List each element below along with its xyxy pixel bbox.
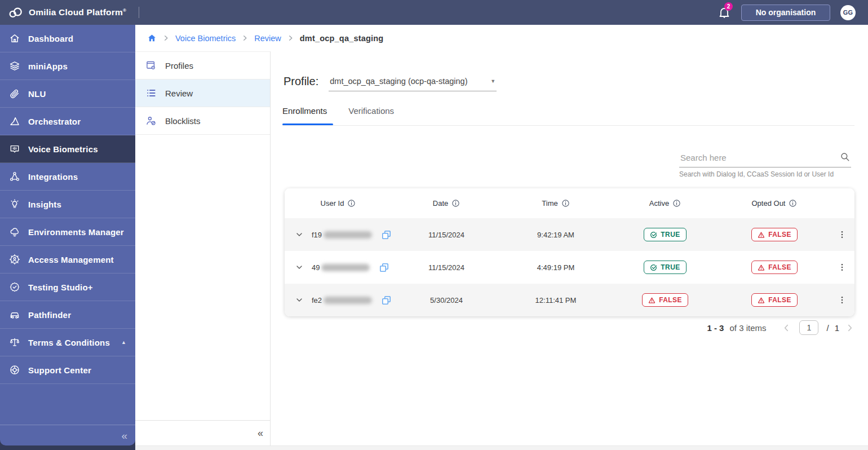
active-status-badge: TRUE — [644, 228, 686, 241]
omilia-cloud-logo-icon — [8, 5, 23, 20]
sidebar-item-miniapps[interactable]: miniApps — [0, 52, 135, 80]
car-icon — [9, 309, 20, 320]
sidebar-footer: « — [0, 425, 135, 445]
gear-user-icon — [9, 254, 20, 265]
horizontal-scrollbar-track[interactable] — [135, 445, 868, 450]
sidebar-item-integrations[interactable]: Integrations — [0, 163, 135, 191]
sidebar-item-label: Access Management — [28, 255, 114, 264]
info-icon[interactable] — [561, 199, 570, 208]
next-page-button[interactable] — [845, 323, 854, 333]
tab-divider — [282, 125, 854, 126]
home-breadcrumb-icon[interactable] — [147, 33, 157, 43]
sidebar-item-label: Support Center — [28, 365, 91, 375]
search-area: Search with Dialog Id, CCaaS Session Id … — [679, 151, 851, 178]
table-row[interactable]: 49 11/15/2024 4:49:19 PM TRUE FALSE — [285, 251, 854, 284]
date-value: 11/15/2024 — [392, 263, 501, 272]
copy-icon[interactable] — [381, 230, 392, 240]
tab-bar: Enrollments Verifications — [282, 106, 394, 123]
sidebar-collapse-button[interactable]: « — [121, 430, 127, 441]
breadcrumb-separator-icon — [242, 35, 248, 41]
redacted-user-id — [324, 297, 372, 304]
sidebar-item-insights[interactable]: Insights — [0, 191, 135, 218]
warning-triangle-icon — [758, 264, 765, 271]
search-input[interactable] — [679, 151, 851, 167]
app-title: Omilia Cloud Platform® — [29, 7, 126, 17]
previous-page-button[interactable] — [782, 323, 791, 333]
page-number-input[interactable] — [799, 320, 818, 335]
pagination-separator: / — [826, 323, 829, 333]
subsidebar-item-label: Profiles — [165, 61, 193, 70]
column-header-opted-out: Opted Out — [720, 199, 829, 208]
secondary-sidebar-collapse-button[interactable]: « — [258, 428, 263, 438]
warning-triangle-icon — [648, 297, 656, 304]
sidebar-item-environments-manager[interactable]: Environments Manager — [0, 218, 135, 246]
caret-up-icon[interactable]: ▲ — [121, 339, 126, 345]
subsidebar-item-label: Blocklists — [165, 116, 201, 126]
search-helper-text: Search with Dialog Id, CCaaS Session Id … — [679, 170, 851, 178]
subsidebar-item-review[interactable]: Review — [135, 80, 270, 107]
info-icon[interactable] — [347, 199, 356, 208]
organisation-selector-button[interactable]: No organisation — [741, 5, 830, 21]
enrollments-table: User Id Date Time Active Opted Out f19 1… — [285, 188, 854, 316]
column-header-time: Time — [501, 199, 610, 208]
sidebar-item-testing-studio[interactable]: Testing Studio+ — [0, 273, 135, 301]
info-icon[interactable] — [451, 199, 460, 208]
info-icon[interactable] — [672, 199, 681, 208]
scales-icon — [9, 337, 20, 348]
row-menu-button[interactable] — [838, 230, 847, 239]
sidebar-item-label: Dashboard — [28, 34, 73, 43]
breadcrumb-link-review[interactable]: Review — [254, 34, 281, 43]
profile-dropdown[interactable]: dmt_ocp_qa_staging (ocp-qa-staging) ▼ — [329, 75, 497, 91]
breadcrumb-separator-icon — [287, 35, 294, 41]
user-id-value: 49 — [312, 263, 370, 272]
row-menu-button[interactable] — [838, 295, 847, 305]
copy-icon[interactable] — [381, 295, 392, 306]
opted-out-status-badge: FALSE — [751, 261, 798, 274]
primary-sidebar: Dashboard miniApps NLU Orchestrator Voic… — [0, 25, 135, 445]
sidebar-item-orchestrator[interactable]: Orchestrator — [0, 108, 135, 135]
search-icon[interactable] — [840, 152, 850, 162]
sidebar-item-dashboard[interactable]: Dashboard — [0, 25, 135, 52]
subsidebar-item-blocklists[interactable]: Blocklists — [135, 107, 270, 135]
profile-label: Profile: — [284, 75, 318, 88]
date-value: 11/15/2024 — [392, 231, 501, 239]
info-icon[interactable] — [789, 199, 797, 208]
active-status-badge: FALSE — [642, 293, 688, 307]
sidebar-item-terms-conditions[interactable]: Terms & Conditions ▲ — [0, 329, 135, 356]
breadcrumb-current: dmt_ocp_qa_staging — [300, 34, 384, 43]
table-row[interactable]: fe2 5/30/2024 12:11:41 PM FALSE FALSE — [285, 284, 854, 316]
column-header-date: Date — [392, 199, 501, 208]
table-header-row: User Id Date Time Active Opted Out — [285, 188, 854, 218]
subsidebar-item-profiles[interactable]: Profiles — [135, 52, 270, 80]
warning-triangle-icon — [758, 297, 765, 304]
sidebar-item-access-management[interactable]: Access Management — [0, 246, 135, 273]
pagination: 1 - 3 of 3 items / 1 — [285, 320, 854, 335]
sidebar-item-pathfinder[interactable]: Pathfinder — [0, 301, 135, 329]
notifications-button[interactable]: 2 — [718, 6, 731, 19]
opted-out-status-badge: FALSE — [751, 228, 798, 241]
secondary-sidebar-footer: « — [135, 420, 270, 445]
user-id-value: fe2 — [312, 296, 372, 305]
sidebar-item-label: Pathfinder — [28, 310, 71, 320]
breadcrumb-link-voice-biometrics[interactable]: Voice Biometrics — [175, 34, 236, 43]
user-id-value: f19 — [312, 231, 372, 239]
table-row[interactable]: f19 11/15/2024 9:42:19 AM TRUE FALSE — [285, 218, 854, 251]
expand-row-icon[interactable] — [295, 230, 304, 239]
sidebar-item-voice-biometrics[interactable]: Voice Biometrics — [0, 135, 135, 163]
cloud-icon — [9, 226, 20, 237]
sidebar-item-support-center[interactable]: Support Center — [0, 356, 135, 384]
expand-row-icon[interactable] — [295, 263, 304, 272]
topbar-divider — [139, 7, 139, 18]
tab-verifications[interactable]: Verifications — [348, 106, 394, 123]
sidebar-item-label: Voice Biometrics — [28, 144, 98, 154]
tab-enrollments[interactable]: Enrollments — [282, 106, 327, 123]
expand-row-icon[interactable] — [295, 295, 304, 305]
sidebar-item-nlu[interactable]: NLU — [0, 80, 135, 108]
opted-out-status-badge: FALSE — [751, 293, 798, 307]
user-avatar[interactable]: GG — [840, 5, 856, 20]
app-logo: Omilia Cloud Platform® — [0, 5, 135, 20]
row-menu-button[interactable] — [838, 263, 847, 272]
main-content: Profile: dmt_ocp_qa_staging (ocp-qa-stag… — [271, 51, 868, 445]
copy-icon[interactable] — [379, 262, 389, 273]
breadcrumb: Voice Biometrics Review dmt_ocp_qa_stagi… — [135, 25, 868, 51]
